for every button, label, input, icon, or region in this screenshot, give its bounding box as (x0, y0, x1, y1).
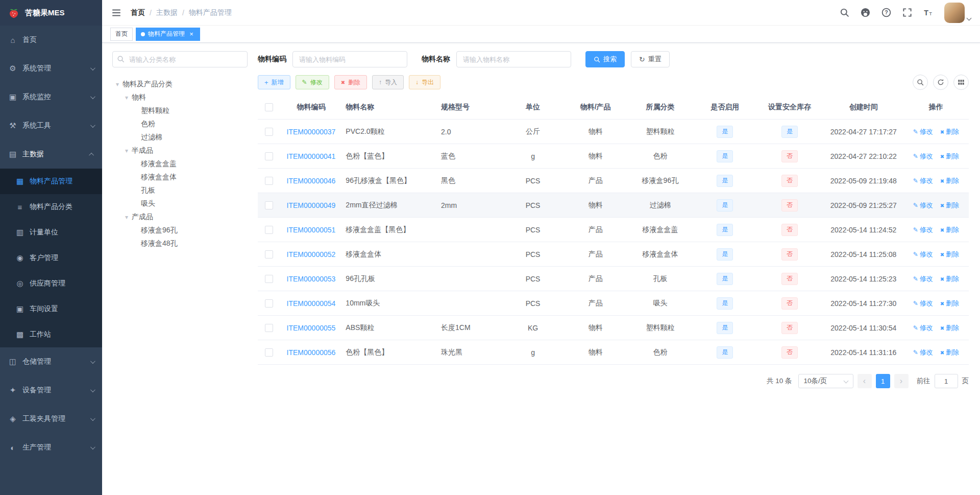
row-edit-link[interactable]: 修改 (913, 152, 933, 161)
tree-node[interactable]: 移液盒盒体 (112, 171, 248, 184)
logo[interactable]: 苦糖果MES (0, 0, 102, 26)
tree-node[interactable]: 物料 (112, 91, 248, 104)
tree-node[interactable]: 物料及产品分类 (112, 78, 248, 91)
tree-node[interactable]: 过滤棉 (112, 131, 248, 144)
next-page-button[interactable] (894, 374, 909, 388)
import-button[interactable]: 导入 (372, 75, 404, 89)
sidebar-item[interactable]: ◐ 生产管理 (0, 433, 102, 462)
fullscreen-icon[interactable] (902, 8, 912, 17)
row-delete-link[interactable]: 删除 (940, 274, 959, 284)
row-checkbox[interactable] (265, 152, 273, 160)
row-edit-link[interactable]: 修改 (913, 225, 933, 234)
row-delete-link[interactable]: 删除 (940, 152, 959, 161)
submenu-item[interactable]: ▦ 物料产品管理 (0, 169, 102, 194)
tree-node[interactable]: 半成品 (112, 144, 248, 157)
breadcrumb-link[interactable]: 物料产品管理 (189, 8, 232, 17)
material-code-link[interactable]: ITEM00000055 (287, 324, 336, 332)
row-delete-link[interactable]: 删除 (940, 176, 959, 185)
font-size-icon[interactable] (923, 8, 933, 17)
avatar[interactable] (944, 3, 965, 23)
goto-page-input[interactable] (935, 374, 958, 388)
tree-caret-icon[interactable] (121, 214, 132, 221)
material-code-link[interactable]: ITEM00000049 (287, 201, 336, 209)
submenu-item[interactable]: ▥ 计量单位 (0, 220, 102, 245)
user-menu[interactable] (944, 3, 971, 23)
row-checkbox[interactable] (265, 250, 273, 258)
material-code-link[interactable]: ITEM00000052 (287, 250, 336, 258)
row-edit-link[interactable]: 修改 (913, 274, 933, 284)
toggle-search-button[interactable] (913, 75, 928, 90)
row-checkbox[interactable] (265, 128, 273, 136)
row-checkbox[interactable] (265, 348, 273, 357)
tree-node[interactable]: 孔板 (112, 184, 248, 197)
tree-node[interactable]: 移液盒盒盖 (112, 157, 248, 171)
search-button[interactable]: 搜索 (585, 51, 625, 67)
refresh-table-button[interactable] (933, 75, 948, 90)
hamburger-icon[interactable] (111, 7, 122, 18)
material-code-link[interactable]: ITEM00000051 (287, 226, 336, 234)
prev-page-button[interactable] (857, 374, 872, 388)
submenu-item[interactable]: ≡ 物料产品分类 (0, 194, 102, 220)
material-code-input[interactable] (292, 51, 407, 67)
material-name-input[interactable] (456, 51, 571, 67)
row-checkbox[interactable] (265, 324, 273, 332)
sidebar-item[interactable]: ⚙ 系统管理 (0, 54, 102, 83)
select-all-checkbox[interactable] (265, 103, 273, 111)
question-icon[interactable] (881, 8, 891, 17)
row-edit-link[interactable]: 修改 (913, 176, 933, 185)
row-checkbox[interactable] (265, 275, 273, 283)
sidebar-item[interactable]: ▤ 主数据 (0, 140, 102, 169)
row-checkbox[interactable] (265, 226, 273, 234)
submenu-item[interactable]: ◎ 供应商管理 (0, 271, 102, 296)
row-checkbox[interactable] (265, 201, 273, 209)
tree-caret-icon[interactable] (121, 94, 132, 101)
tree-node[interactable]: 产成品 (112, 210, 248, 224)
tree-node[interactable]: 色粉 (112, 117, 248, 131)
breadcrumb-link[interactable]: 首页 (131, 8, 145, 17)
sidebar-item[interactable]: ⚒ 系统工具 (0, 111, 102, 140)
breadcrumb-link[interactable]: 主数据 (156, 8, 178, 17)
search-icon[interactable] (840, 8, 849, 17)
page-size-select[interactable]: 10条/页 (798, 374, 853, 388)
sidebar-item[interactable]: ⌂ 首页 (0, 26, 102, 54)
category-search-input[interactable] (112, 51, 248, 67)
tree-node[interactable]: 塑料颗粒 (112, 104, 248, 117)
export-button[interactable]: 导出 (409, 75, 440, 89)
material-code-link[interactable]: ITEM00000054 (287, 299, 336, 308)
tree-node[interactable]: 移液盒96孔 (112, 224, 248, 237)
tree-caret-icon[interactable] (112, 81, 122, 88)
reset-button[interactable]: 重置 (631, 51, 670, 67)
page-number-button[interactable]: 1 (876, 374, 890, 388)
tab[interactable]: 物料产品管理 (136, 28, 200, 41)
row-delete-link[interactable]: 删除 (940, 299, 959, 308)
row-delete-link[interactable]: 删除 (940, 127, 959, 136)
sidebar-item[interactable]: ◈ 工装夹具管理 (0, 405, 102, 433)
row-edit-link[interactable]: 修改 (913, 348, 933, 357)
column-settings-button[interactable] (953, 75, 969, 90)
material-code-link[interactable]: ITEM00000046 (287, 177, 336, 185)
row-checkbox[interactable] (265, 177, 273, 185)
sidebar-item[interactable]: ✦ 设备管理 (0, 376, 102, 405)
submenu-item[interactable]: ▩ 工作站 (0, 322, 102, 347)
submenu-item[interactable]: ◉ 客户管理 (0, 245, 102, 271)
row-delete-link[interactable]: 删除 (940, 201, 959, 210)
row-delete-link[interactable]: 删除 (940, 225, 959, 234)
row-delete-link[interactable]: 删除 (940, 250, 959, 259)
material-code-link[interactable]: ITEM00000056 (287, 348, 336, 357)
tree-node[interactable]: 吸头 (112, 197, 248, 210)
tree-node[interactable]: 移液盒48孔 (112, 237, 248, 250)
tab-close-icon[interactable] (188, 31, 195, 38)
edit-button[interactable]: 修改 (296, 75, 329, 89)
sidebar-item[interactable]: ◫ 仓储管理 (0, 347, 102, 376)
delete-button[interactable]: 删除 (334, 75, 367, 89)
material-code-link[interactable]: ITEM00000037 (287, 128, 336, 136)
row-delete-link[interactable]: 删除 (940, 323, 959, 333)
row-edit-link[interactable]: 修改 (913, 323, 933, 333)
add-button[interactable]: 新增 (258, 75, 290, 89)
github-icon[interactable] (861, 8, 870, 17)
row-edit-link[interactable]: 修改 (913, 250, 933, 259)
row-edit-link[interactable]: 修改 (913, 299, 933, 308)
row-delete-link[interactable]: 删除 (940, 348, 959, 357)
material-code-link[interactable]: ITEM00000053 (287, 275, 336, 283)
row-edit-link[interactable]: 修改 (913, 127, 933, 136)
